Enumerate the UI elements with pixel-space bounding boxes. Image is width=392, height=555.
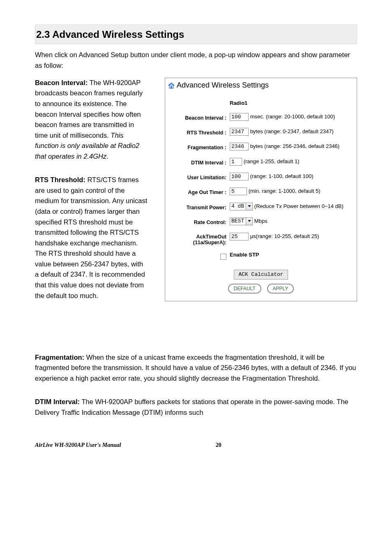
acktimeout-input[interactable] bbox=[230, 233, 249, 240]
acktimeout-label: AckTimeOut (11a/SuperA): bbox=[171, 233, 230, 246]
dtim-interval-paragraph: DTIM Interval: The WH-9200AP buffers pac… bbox=[35, 397, 357, 418]
beacon-interval-paragraph: Beacon Interval: The WH-9200AP broadcast… bbox=[35, 78, 148, 162]
user-limitation-input[interactable] bbox=[230, 173, 249, 180]
dtim-interval-label: DTIM Interval : bbox=[171, 158, 230, 167]
acktimeout-hint: μs(range: 10-255, default 25) bbox=[250, 233, 319, 239]
chevron-down-icon bbox=[246, 203, 252, 210]
age-out-timer-hint: (min. range: 1-1000, default 5) bbox=[249, 188, 321, 194]
enable-stp-label: Enable STP bbox=[230, 252, 259, 258]
panel-title-text: Advanced Wireless Settings bbox=[177, 80, 269, 91]
default-button[interactable]: DEFAULT bbox=[228, 284, 261, 294]
rate-control-hint: Mbps bbox=[254, 218, 267, 224]
panel-title-bar: Advanced Wireless Settings bbox=[165, 78, 357, 94]
user-limitation-label: User Limitation: bbox=[171, 173, 230, 182]
fragmentation-label: Fragmentation : bbox=[171, 143, 230, 152]
rate-control-label: Rate Control: bbox=[171, 217, 230, 227]
rate-control-select[interactable]: BEST bbox=[230, 217, 253, 225]
footer-page-number: 20 bbox=[216, 441, 221, 450]
apply-button[interactable]: APPLY bbox=[267, 284, 294, 294]
rts-threshold-paragraph: RTS Threshold: RTS/CTS frames are used t… bbox=[35, 175, 148, 301]
fragmentation-hint: bytes (range: 256-2346, default 2346) bbox=[250, 143, 340, 149]
fragmentation-paragraph: Fragmentation: When the size of a unicas… bbox=[35, 352, 357, 384]
transmit-power-label: Transmit Power: bbox=[171, 203, 230, 212]
transmit-power-hint: (Reduce Tx Power between 0~14 dB) bbox=[254, 203, 344, 209]
dtim-interval-input[interactable] bbox=[230, 158, 242, 166]
intro-text: When click on Advanced Setup button unde… bbox=[35, 50, 357, 71]
user-limitation-hint: (range: 1-100, default 100) bbox=[250, 173, 314, 179]
beacon-interval-label: Beacon Interval : bbox=[171, 113, 230, 122]
section-heading: 2.3 Advanced Wireless Settings bbox=[35, 25, 357, 44]
svg-rect-1 bbox=[171, 86, 172, 88]
enable-stp-checkbox[interactable] bbox=[220, 254, 226, 260]
radio-column-header: Radio1 bbox=[230, 100, 247, 106]
beacon-interval-hint: msec. (range: 20-1000, default 100) bbox=[250, 113, 335, 120]
home-icon bbox=[168, 82, 175, 89]
rts-threshold-input[interactable] bbox=[230, 128, 249, 136]
footer-manual-title: AirLive WH-9200AP User's Manual bbox=[35, 441, 121, 450]
age-out-timer-input[interactable] bbox=[230, 187, 247, 195]
dtim-interval-hint: (range 1-255, default 1) bbox=[244, 158, 300, 164]
rts-threshold-hint: bytes (range: 0-2347, default 2347) bbox=[250, 128, 334, 134]
age-out-timer-label: Age Out Timer : bbox=[171, 187, 230, 197]
transmit-power-select[interactable]: 4 dB bbox=[230, 203, 253, 210]
advanced-wireless-settings-panel: Advanced Wireless Settings Radio1 Beacon… bbox=[165, 78, 357, 302]
rts-threshold-label: RTS Threshold : bbox=[171, 128, 230, 137]
ack-calculator-button[interactable]: ACK Calculator bbox=[234, 270, 288, 280]
beacon-interval-input[interactable] bbox=[230, 113, 249, 121]
chevron-down-icon bbox=[246, 218, 252, 225]
fragmentation-input[interactable] bbox=[230, 143, 249, 150]
